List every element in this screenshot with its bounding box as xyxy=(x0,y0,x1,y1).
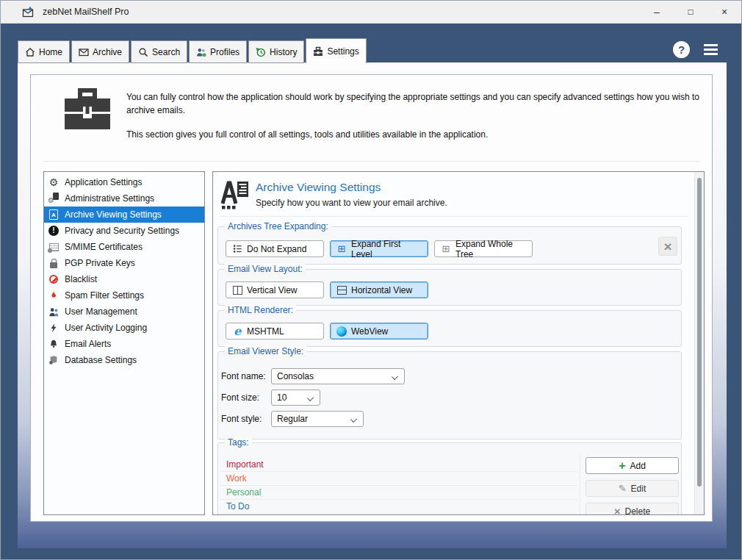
group-label: HTML Renderer: xyxy=(225,305,296,316)
title-bar: zebNet MailShelf Pro – □ × xyxy=(1,1,741,24)
tab-history[interactable]: History xyxy=(248,40,304,63)
lock-icon xyxy=(48,257,60,269)
mshtml-button[interactable]: e MSHTML xyxy=(226,323,324,340)
settings-scrollbar[interactable] xyxy=(694,172,704,514)
block-icon xyxy=(48,273,60,285)
intro-paragraph-1: You can fully control how the applicatio… xyxy=(126,90,702,117)
archive-viewing-settings-panel: Archive Viewing Settings Specify how you… xyxy=(212,171,705,515)
sidebar-item-spam-filter-settings[interactable]: Spam Filter Settings xyxy=(44,287,204,304)
font-style-label: Font style: xyxy=(221,414,271,424)
archive-viewing-large-icon xyxy=(220,180,250,209)
font-size-value: 10 xyxy=(277,392,287,403)
tab-settings[interactable]: Settings xyxy=(306,38,366,63)
window-title: zebNet MailShelf Pro xyxy=(43,7,129,17)
content-panel: You can fully control how the applicatio… xyxy=(18,62,727,548)
history-icon xyxy=(256,47,266,57)
sidebar-item-email-alerts[interactable]: Email Alerts xyxy=(44,336,204,352)
tag-row-important[interactable]: Important xyxy=(220,458,577,472)
app-window: zebNet MailShelf Pro – □ × Home Archive … xyxy=(0,0,742,560)
sidebar-item-pgp-private-keys[interactable]: PGP Private Keys xyxy=(44,255,204,271)
top-actions: ? xyxy=(673,41,719,58)
search-icon xyxy=(138,47,148,57)
sidebar-item-privacy-security[interactable]: ! Privacy and Security Settings xyxy=(44,223,204,239)
tag-row-personal[interactable]: Personal xyxy=(220,486,577,500)
toolbox-icon xyxy=(313,46,323,57)
scrollbar-thumb[interactable] xyxy=(697,178,702,487)
menu-button[interactable] xyxy=(702,43,719,57)
warning-circle-icon: ! xyxy=(48,225,60,237)
lightning-icon xyxy=(48,322,60,334)
tag-row-work[interactable]: Work xyxy=(220,472,577,486)
font-style-value: Regular xyxy=(277,414,308,424)
toolbox-large-icon xyxy=(65,88,110,131)
expand-first-level-button[interactable]: ⊞ Expand First Level xyxy=(330,240,428,257)
mail-app-icon xyxy=(22,6,35,18)
help-button[interactable]: ? xyxy=(673,41,690,58)
horizontal-split-icon xyxy=(336,285,347,295)
settings-page: You can fully control how the applicatio… xyxy=(30,74,713,522)
expand-plus-icon: ⊞ xyxy=(336,244,347,254)
group-html-renderer: HTML Renderer: e MSHTML WebView xyxy=(217,310,682,347)
main-tab-bar: Home Archive Search Profiles History xyxy=(18,38,367,63)
horizontal-view-button[interactable]: Horizontal View xyxy=(330,281,428,298)
edit-tag-button[interactable]: ✎ Edit xyxy=(586,480,679,497)
panel-title: Archive Viewing Settings xyxy=(256,181,381,194)
add-tag-button[interactable]: + Add xyxy=(586,457,679,474)
group-email-view-layout: Email View Layout: Vertical View Horizon… xyxy=(217,269,682,306)
sidebar-item-smime-certificates[interactable]: S/MIME Certificates xyxy=(44,239,204,255)
users-icon xyxy=(48,306,60,317)
group-label: Tags: xyxy=(225,437,252,448)
tab-home[interactable]: Home xyxy=(18,40,70,63)
group-tags: Tags: Important Work Personal To Do + Ad… xyxy=(217,442,682,515)
sidebar-item-user-management[interactable]: User Management xyxy=(44,304,204,320)
font-size-select[interactable]: 10 xyxy=(271,390,320,406)
sidebar-item-application-settings[interactable]: ⚙ Application Settings xyxy=(44,174,204,190)
chevron-down-icon xyxy=(350,416,357,423)
tab-profiles[interactable]: Profiles xyxy=(189,40,247,63)
vertical-split-icon xyxy=(232,285,242,295)
close-button[interactable]: × xyxy=(707,1,741,23)
tag-row-todo[interactable]: To Do xyxy=(220,500,577,514)
clear-selection-button[interactable]: × xyxy=(658,237,677,256)
tab-archive[interactable]: Archive xyxy=(71,40,129,63)
sidebar-item-database-settings[interactable]: Database Settings xyxy=(44,352,204,368)
webview-button[interactable]: WebView xyxy=(330,323,428,340)
tag-list-divider xyxy=(580,453,580,515)
window-controls: – □ × xyxy=(640,1,741,23)
profiles-icon xyxy=(196,47,206,57)
edge-icon xyxy=(336,326,347,337)
group-archives-tree-expanding: Archives Tree Expanding: Do Not Expand ⊞… xyxy=(217,226,682,265)
chevron-down-icon xyxy=(307,395,314,401)
certificate-icon xyxy=(48,241,60,253)
group-label: Archives Tree Expanding: xyxy=(225,221,331,232)
do-not-expand-button[interactable]: Do Not Expand xyxy=(226,240,324,257)
expand-tree-icon: ⊞ xyxy=(441,244,451,254)
plus-icon: + xyxy=(619,460,625,472)
maximize-button[interactable]: □ xyxy=(674,1,707,23)
question-icon: ? xyxy=(678,43,685,56)
group-label: Email View Layout: xyxy=(225,264,306,275)
sidebar-item-archive-viewing-settings[interactable]: A Archive Viewing Settings xyxy=(44,207,204,223)
flame-icon xyxy=(48,290,60,301)
expand-whole-tree-button[interactable]: ⊞ Expand Whole Tree xyxy=(434,240,533,257)
intro-paragraph-2: This section gives you full control of a… xyxy=(126,128,702,141)
close-icon: × xyxy=(663,240,671,254)
font-name-label: Font name: xyxy=(221,371,271,381)
chevron-down-icon xyxy=(392,373,398,380)
home-icon xyxy=(25,47,35,57)
settings-intro-text: You can fully control how the applicatio… xyxy=(126,90,702,141)
vertical-view-button[interactable]: Vertical View xyxy=(226,281,324,298)
tree-list-icon xyxy=(232,244,242,254)
delete-tag-button[interactable]: × Delete xyxy=(586,503,679,515)
minimize-button[interactable]: – xyxy=(640,1,674,23)
font-style-select[interactable]: Regular xyxy=(271,411,364,427)
panel-separator xyxy=(219,216,688,217)
tab-search[interactable]: Search xyxy=(131,40,187,63)
sidebar-item-administrative-settings[interactable]: ⚙ Administrative Settings xyxy=(44,190,204,207)
sidebar-item-user-activity-logging[interactable]: User Activity Logging xyxy=(44,320,204,336)
group-label: Email Viewer Style: xyxy=(225,346,306,357)
sidebar-item-blacklist[interactable]: Blacklist xyxy=(44,271,204,287)
font-name-select[interactable]: Consolas xyxy=(271,368,405,384)
hamburger-icon xyxy=(704,44,718,46)
envelope-icon xyxy=(79,47,89,57)
